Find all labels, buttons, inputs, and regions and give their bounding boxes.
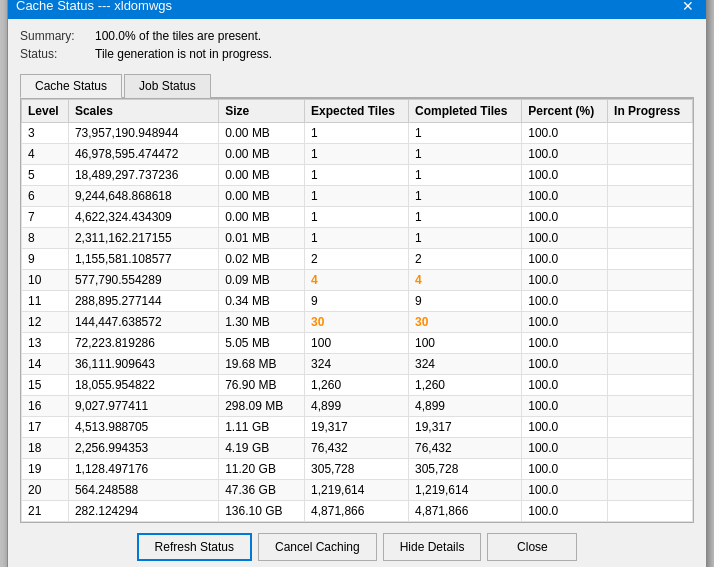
cell-level: 5 xyxy=(22,165,69,186)
cell-completed: 9 xyxy=(409,291,522,312)
cell-level: 18 xyxy=(22,438,69,459)
cell-inprogress xyxy=(608,228,693,249)
summary-value: 100.0% of the tiles are present. xyxy=(95,29,261,43)
cell-scales: 1,155,581.108577 xyxy=(68,249,218,270)
cell-expected: 4,899 xyxy=(305,396,409,417)
cell-level: 7 xyxy=(22,207,69,228)
cell-percent: 100.0 xyxy=(522,354,608,375)
cell-percent: 100.0 xyxy=(522,144,608,165)
cell-expected: 1,260 xyxy=(305,375,409,396)
cell-completed: 4,899 xyxy=(409,396,522,417)
table-row: 20564.24858847.36 GB1,219,6141,219,61410… xyxy=(22,480,693,501)
cell-completed: 100 xyxy=(409,333,522,354)
cell-completed: 324 xyxy=(409,354,522,375)
cell-size: 5.05 MB xyxy=(219,333,305,354)
close-button[interactable]: Close xyxy=(487,533,577,561)
cancel-button[interactable]: Cancel Caching xyxy=(258,533,377,561)
cell-size: 0.01 MB xyxy=(219,228,305,249)
cell-inprogress xyxy=(608,417,693,438)
cell-expected: 305,728 xyxy=(305,459,409,480)
cell-percent: 100.0 xyxy=(522,333,608,354)
table-container: Level Scales Size Expected Tiles Complet… xyxy=(20,98,694,523)
cell-scales: 1,128.497176 xyxy=(68,459,218,480)
cell-size: 1.11 GB xyxy=(219,417,305,438)
table-row: 21282.124294136.10 GB4,871,8664,871,8661… xyxy=(22,501,693,522)
cell-inprogress xyxy=(608,207,693,228)
cell-inprogress xyxy=(608,480,693,501)
window-body: Summary: 100.0% of the tiles are present… xyxy=(8,19,706,567)
cell-size: 4.19 GB xyxy=(219,438,305,459)
cell-level: 10 xyxy=(22,270,69,291)
hide-button[interactable]: Hide Details xyxy=(383,533,482,561)
cell-scales: 46,978,595.474472 xyxy=(68,144,218,165)
cell-completed: 1 xyxy=(409,207,522,228)
cache-table: Level Scales Size Expected Tiles Complet… xyxy=(21,99,693,522)
footer-buttons: Refresh Status Cancel Caching Hide Detai… xyxy=(20,523,694,567)
cell-scales: 577,790.554289 xyxy=(68,270,218,291)
cell-size: 0.00 MB xyxy=(219,186,305,207)
cell-inprogress xyxy=(608,291,693,312)
cell-percent: 100.0 xyxy=(522,375,608,396)
cell-scales: 564.248588 xyxy=(68,480,218,501)
cell-size: 11.20 GB xyxy=(219,459,305,480)
cell-size: 0.00 MB xyxy=(219,144,305,165)
cell-inprogress xyxy=(608,375,693,396)
cell-level: 21 xyxy=(22,501,69,522)
cell-inprogress xyxy=(608,396,693,417)
close-icon[interactable]: ✕ xyxy=(678,0,698,13)
cell-scales: 73,957,190.948944 xyxy=(68,123,218,144)
status-row: Status: Tile generation is not in progre… xyxy=(20,47,694,61)
table-row: 373,957,190.9489440.00 MB11100.0 xyxy=(22,123,693,144)
cell-size: 47.36 GB xyxy=(219,480,305,501)
cell-size: 0.34 MB xyxy=(219,291,305,312)
cell-expected: 100 xyxy=(305,333,409,354)
cell-size: 0.00 MB xyxy=(219,123,305,144)
refresh-button[interactable]: Refresh Status xyxy=(137,533,252,561)
cell-inprogress xyxy=(608,438,693,459)
cell-scales: 4,513.988705 xyxy=(68,417,218,438)
cell-expected: 2 xyxy=(305,249,409,270)
cell-completed: 1 xyxy=(409,165,522,186)
cell-scales: 2,311,162.217155 xyxy=(68,228,218,249)
status-value: Tile generation is not in progress. xyxy=(95,47,272,61)
main-window: Cache Status --- xldomwgs ✕ Summary: 100… xyxy=(7,0,707,567)
cell-level: 17 xyxy=(22,417,69,438)
cell-expected: 4 xyxy=(305,270,409,291)
cell-level: 4 xyxy=(22,144,69,165)
cell-expected: 1 xyxy=(305,228,409,249)
cell-scales: 9,027.977411 xyxy=(68,396,218,417)
cell-expected: 1 xyxy=(305,207,409,228)
cell-percent: 100.0 xyxy=(522,459,608,480)
col-header-inprogress: In Progress xyxy=(608,100,693,123)
cell-scales: 18,055.954822 xyxy=(68,375,218,396)
cell-completed: 1 xyxy=(409,228,522,249)
cell-completed: 19,317 xyxy=(409,417,522,438)
table-row: 174,513.9887051.11 GB19,31719,317100.0 xyxy=(22,417,693,438)
cell-completed: 305,728 xyxy=(409,459,522,480)
col-header-percent: Percent (%) xyxy=(522,100,608,123)
table-row: 182,256.9943534.19 GB76,43276,432100.0 xyxy=(22,438,693,459)
summary-row: Summary: 100.0% of the tiles are present… xyxy=(20,29,694,43)
cell-level: 20 xyxy=(22,480,69,501)
cell-level: 19 xyxy=(22,459,69,480)
cell-percent: 100.0 xyxy=(522,123,608,144)
table-row: 91,155,581.1085770.02 MB22100.0 xyxy=(22,249,693,270)
cell-expected: 324 xyxy=(305,354,409,375)
table-scroll[interactable]: Level Scales Size Expected Tiles Complet… xyxy=(21,99,693,522)
cell-level: 8 xyxy=(22,228,69,249)
table-row: 518,489,297.7372360.00 MB11100.0 xyxy=(22,165,693,186)
cell-scales: 2,256.994353 xyxy=(68,438,218,459)
cell-expected: 4,871,866 xyxy=(305,501,409,522)
cell-expected: 30 xyxy=(305,312,409,333)
cell-completed: 4 xyxy=(409,270,522,291)
cell-completed: 1 xyxy=(409,186,522,207)
cell-size: 1.30 MB xyxy=(219,312,305,333)
cell-expected: 19,317 xyxy=(305,417,409,438)
cell-scales: 144,447.638572 xyxy=(68,312,218,333)
tab-job-status[interactable]: Job Status xyxy=(124,74,211,98)
cell-level: 16 xyxy=(22,396,69,417)
cell-level: 12 xyxy=(22,312,69,333)
tab-cache-status[interactable]: Cache Status xyxy=(20,74,122,98)
table-row: 1436,111.90964319.68 MB324324100.0 xyxy=(22,354,693,375)
cell-percent: 100.0 xyxy=(522,501,608,522)
